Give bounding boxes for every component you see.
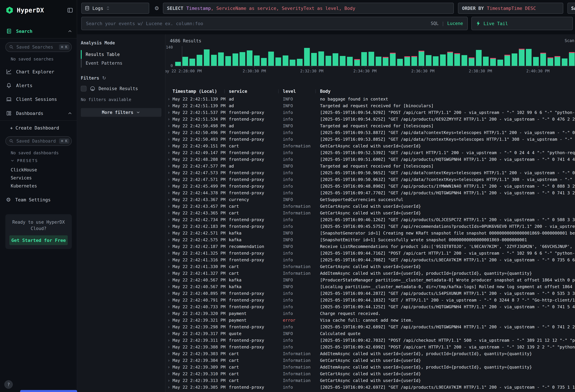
row-expand-chevron[interactable]: › [166,137,172,142]
histogram-bar[interactable] [175,62,181,66]
histogram-bar[interactable] [275,57,281,66]
table-row[interactable]: ›May 22 2:42:39.320 PMpaymentinfoCharge … [166,310,575,317]
column-resize-handle[interactable]: ⋮ [314,89,318,94]
table-row[interactable]: ›May 22 2:42:50.498 PMadINFOTargeted ad … [166,122,575,129]
histogram-bar[interactable] [211,55,217,66]
table-row[interactable]: ›May 22 2:42:40.733 PMfrontend-proxyinfo… [166,303,575,310]
histogram-bar[interactable] [268,52,274,66]
table-row[interactable]: ›May 22 2:42:43.457 PMcartInformationGet… [166,203,575,209]
histogram-bar[interactable] [440,54,446,66]
table-row[interactable]: ›May 22 2:42:49.151 PMcartInformationGet… [166,142,575,149]
help-button[interactable]: ? [4,380,13,389]
histogram-bar[interactable] [333,53,338,66]
histogram-bar[interactable] [419,51,424,66]
column-header-service[interactable]: service⋮ [229,89,283,94]
histogram-bar[interactable] [254,55,260,66]
row-expand-chevron[interactable]: › [166,116,172,122]
row-expand-chevron[interactable]: › [166,190,172,195]
row-expand-chevron[interactable]: › [166,143,172,148]
row-expand-chevron[interactable]: › [166,271,172,276]
histogram-bar[interactable] [340,56,345,66]
row-expand-chevron[interactable]: › [166,304,172,309]
table-row[interactable]: ›May 22 2:42:40.895 PMfrontend-proxyinfo… [166,290,575,297]
create-dashboard-button[interactable]: + Create Dashboard [10,125,59,131]
table-row[interactable]: ›May 22 2:42:41.330 PMcartInformationGet… [166,263,575,270]
row-expand-chevron[interactable]: › [166,110,172,115]
mode-lucene[interactable]: Lucene [447,21,463,26]
table-row[interactable]: ›May 22 2:42:39.303 PMcartInformationAdd… [166,350,575,357]
table-row[interactable]: ›May 22 2:42:41.327 PMcartInformationAdd… [166,270,575,277]
table-row[interactable]: ›May 22 2:42:40.791 PMfrontend-proxyinfo… [166,297,575,303]
histogram-bar[interactable] [218,52,224,66]
column-header-body[interactable]: Body [320,89,575,94]
histogram-bar[interactable] [347,57,353,66]
table-row[interactable]: ›May 22 2:42:42.734 PMfrontend-proxyinfo… [166,216,575,223]
table-row[interactable]: ›May 22 2:42:42.571 PMkafkaINFO[Snapshot… [166,230,575,236]
histogram-bar[interactable] [569,52,575,66]
saved-dashboards-input[interactable]: Saved Dashboards ⌘ K [5,136,72,146]
row-expand-chevron[interactable]: › [166,257,172,262]
histogram-bar[interactable] [261,58,267,66]
table-row[interactable]: ›May 22 2:42:48.208 PMfrontend-proxyinfo… [166,156,575,163]
row-expand-chevron[interactable]: › [166,251,172,256]
histogram-bar[interactable] [447,52,453,66]
histogram-bar[interactable] [461,55,467,66]
source-select[interactable]: Logs [81,3,149,14]
row-expand-chevron[interactable]: › [166,298,172,302]
histogram-bar[interactable] [225,56,231,66]
row-expand-chevron[interactable]: › [166,385,172,390]
table-row[interactable]: ›May 22 2:42:39.321 PMpaymenterrorVisa c… [166,317,575,323]
table-row[interactable]: ›May 22 2:42:51.139 PMadINFOTargeted ad … [166,102,575,109]
row-expand-chevron[interactable]: › [166,150,172,155]
histogram-bar[interactable] [326,56,331,66]
table-row[interactable]: ›May 22 2:42:39.317 PMquoteINFOCalculate… [166,330,575,337]
table-row[interactable]: ›May 22 2:42:43.365 PMcartInformationGet… [166,209,575,216]
table-row[interactable]: ›May 22 2:42:42.187 PMrecommendationINFO… [166,243,575,250]
histogram-bar[interactable] [354,59,360,66]
histogram-bar[interactable] [497,60,503,66]
histogram-bar[interactable] [190,59,195,66]
row-expand-chevron[interactable]: › [166,277,172,282]
sidebar-item-search[interactable]: Search [6,27,72,36]
table-row[interactable]: ›May 22 2:42:39.308 PMfrontend-proxyinfo… [166,344,575,350]
table-row[interactable]: ›May 22 2:42:51.537 PMfrontend-proxyinfo… [166,109,575,116]
saved-searches-input[interactable]: Saved Searches ⌘ K [5,42,72,52]
row-expand-chevron[interactable]: › [166,284,172,289]
table-row[interactable]: ›May 22 2:42:51.139 PMadINFOno baggage f… [166,96,575,102]
table-row[interactable]: ›May 22 2:42:40.567 PMkafkaINFO[Producer… [166,277,575,283]
histogram-bar[interactable] [483,57,489,66]
table-row[interactable]: ›May 22 2:42:44.378 PMfrontend-proxyinfo… [166,189,575,196]
histogram-bar[interactable] [397,59,403,66]
table-row[interactable]: ›May 22 2:42:50.496 PMfrontend-proxyinfo… [166,129,575,136]
row-expand-chevron[interactable]: › [166,170,172,175]
row-expand-chevron[interactable]: › [166,177,172,182]
histogram-bar[interactable] [311,53,317,66]
histogram-bar[interactable] [554,56,560,66]
source-settings-gear-icon[interactable]: ⚙ [152,3,161,14]
table-row[interactable]: ›May 22 2:42:47.577 PMadINFOTargeted ad … [166,163,575,169]
table-row[interactable]: ›May 22 2:42:39.305 PMfrontend-proxyinfo… [166,384,575,391]
histogram-bar[interactable] [526,49,532,66]
more-filters-button[interactable]: More filters [81,108,161,117]
row-expand-chevron[interactable]: › [166,291,172,296]
row-expand-chevron[interactable]: › [166,204,172,209]
row-expand-chevron[interactable]: › [166,324,172,329]
histogram-bar[interactable] [204,49,210,66]
histogram-bar[interactable] [304,48,310,66]
denoise-checkbox[interactable] [81,86,87,92]
row-expand-chevron[interactable]: › [166,130,172,135]
column-resize-handle[interactable]: ⋮ [222,89,226,94]
messenger-widget-partial[interactable] [20,390,77,392]
table-row[interactable]: ›May 22 2:42:51.534 PMfrontend-proxyinfo… [166,116,575,122]
histogram-bar[interactable] [182,57,188,66]
histogram-bar[interactable] [197,55,202,66]
table-row[interactable]: ›May 22 2:42:45.499 PMfrontend-proxyinfo… [166,183,575,189]
histogram-bar[interactable] [548,57,553,66]
live-tail-button[interactable]: Live Tail [471,17,573,30]
histogram-bar[interactable] [233,53,238,66]
histogram-bar[interactable] [411,56,417,66]
table-row[interactable]: ›May 22 2:42:39.309 PMcartInformationAdd… [166,364,575,370]
table-row[interactable]: ›May 22 2:42:41.325 PMfrontend-proxyinfo… [166,250,575,256]
row-expand-chevron[interactable]: › [166,197,172,202]
sidebar-preset-item[interactable]: ClickHouse [11,166,37,174]
